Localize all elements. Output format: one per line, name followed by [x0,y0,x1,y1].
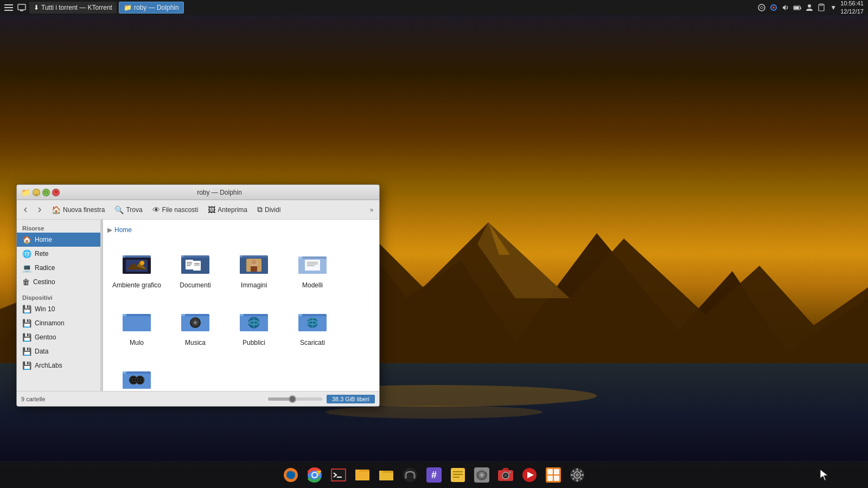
dock-chrome[interactable] [304,464,326,486]
sidebar-item-win10[interactable]: 💾 Win 10 [17,302,100,316]
svg-rect-31 [194,265,200,266]
breadcrumb-home[interactable]: Home [114,226,132,234]
taskbar-ktorrent[interactable]: ⬇ Tutti i torrent — KTorrent [29,2,117,14]
dock-video-player[interactable] [519,464,540,486]
dock-music[interactable] [471,464,493,486]
sidebar-item-rete[interactable]: 🌐 Rete [17,247,100,261]
folder-item-pubblici[interactable]: Pubblici [227,298,281,351]
network-icon[interactable] [757,3,767,12]
new-window-button[interactable]: 🏠 Nuova finestra [47,202,109,217]
more-tools-button[interactable]: » [366,203,377,216]
find-button[interactable]: 🔍 Trova [110,202,146,217]
svg-rect-114 [577,468,578,471]
dropdown-arrow-icon[interactable]: ▼ [828,3,838,12]
volume-icon[interactable] [781,3,790,12]
slider-thumb[interactable] [289,395,296,403]
svg-point-113 [576,473,579,477]
clipboard-icon[interactable] [816,3,826,12]
svg-point-22 [140,261,144,265]
main-content: ▶ Home [103,220,379,391]
sidebar-item-gentoo[interactable]: 💾 Gentoo [17,330,100,344]
svg-rect-83 [355,472,369,480]
folder-item-video[interactable]: Video [110,355,164,391]
taskbar-dolphin[interactable]: 📁 roby — Dolphin [119,2,184,14]
archlabs-icon: 💾 [22,361,31,370]
svg-rect-93 [453,474,463,475]
sidebar-item-cinnamon[interactable]: 💾 Cinnamon [17,316,100,330]
sidebar-item-cestino[interactable]: 🗑 Cestino [17,275,100,289]
sidebar-home-label: Home [35,236,52,243]
zoom-slider [268,397,322,401]
dock-firefox[interactable] [280,464,302,486]
sidebar-data-label: Data [35,348,48,355]
svg-rect-5 [4,10,13,11]
sidebar-radice-label: Radice [35,264,55,272]
dock-notes[interactable] [447,464,469,486]
minimize-button[interactable]: _ [33,189,40,196]
folder-item-immagini[interactable]: Immagini [227,240,281,293]
close-button[interactable]: ✕ [52,189,60,196]
taskbar-top: ⬇ Tutti i torrent — KTorrent 📁 roby — Do… [0,0,868,15]
user-icon[interactable] [805,3,814,12]
sidebar: Risorse 🏠 Home 🌐 Rete 💻 Radice 🗑 Cestino… [17,220,101,391]
dock-camera[interactable] [495,464,516,486]
dock-grid-app[interactable] [542,464,564,486]
forward-button[interactable] [33,203,46,216]
svg-rect-27 [187,264,192,265]
svg-rect-42 [307,264,318,265]
immagini-label: Immagini [241,281,267,289]
sidebar-item-data[interactable]: 💾 Data [17,344,100,358]
svg-point-14 [808,4,811,8]
app-menu-button[interactable] [3,2,15,14]
root-icon: 💻 [22,264,31,272]
folder-item-mulo[interactable]: Mulo [110,298,164,351]
dock-hashtag[interactable]: # [423,464,445,486]
svg-rect-85 [379,473,393,480]
chrome-sys-icon[interactable] [769,3,778,12]
folder-item-scaricati[interactable]: Scaricati [285,298,340,351]
svg-point-75 [286,471,295,479]
split-button[interactable]: ⧉ Dividi [253,202,285,217]
dock-headphones[interactable] [399,464,421,486]
desktop-icon[interactable] [16,2,28,14]
hidden-files-button[interactable]: 👁 File nascosti [148,202,203,217]
svg-rect-45 [123,316,151,331]
win10-icon: 💾 [22,305,31,313]
preview-button[interactable]: 🖼 Anteprima [203,202,252,217]
window-icon: 📁 [21,188,30,197]
split-label: Dividi [265,206,280,214]
sidebar-cestino-label: Cestino [33,278,55,286]
hidden-files-label: File nascosti [162,206,199,214]
taskbar-right: ▼ 10:56:41 12/12/17 [757,0,866,16]
svg-rect-3 [4,4,13,5]
risorse-header: Risorse [17,224,100,233]
title-bar: 📁 _ □ ✕ roby — Dolphin [17,185,379,200]
sidebar-cinnamon-label: Cinnamon [35,319,65,327]
svg-point-78 [312,473,317,477]
svg-rect-71 [136,379,137,381]
slider-track[interactable] [268,397,322,401]
dock-files[interactable] [352,464,373,486]
sidebar-item-home[interactable]: 🏠 Home [17,233,100,247]
folder-item-modelli[interactable]: Modelli [285,240,340,293]
folder-item-musica[interactable]: Musica [168,298,222,351]
svg-rect-80 [332,470,345,480]
dock-folder[interactable] [375,464,397,486]
sidebar-item-archlabs[interactable]: 💾 ArchLabs [17,358,100,373]
data-icon: 💾 [22,347,31,356]
battery-icon[interactable] [793,3,802,12]
svg-rect-29 [193,261,201,271]
sidebar-item-radice[interactable]: 💻 Radice [17,261,100,275]
modelli-label: Modelli [302,281,323,289]
folder-item-documenti[interactable]: Documenti [168,240,222,293]
svg-point-36 [251,259,257,265]
back-button[interactable] [19,203,32,216]
folder-grid: Ambiente grafico [107,238,375,391]
new-window-icon: 🏠 [52,206,61,214]
maximize-button[interactable]: □ [42,189,50,196]
ambiente-icon [119,245,154,279]
dock-terminal[interactable] [328,464,349,486]
dock-settings-app[interactable] [566,464,588,486]
folder-item-ambiente[interactable]: Ambiente grafico [110,240,164,293]
svg-point-10 [773,7,775,9]
